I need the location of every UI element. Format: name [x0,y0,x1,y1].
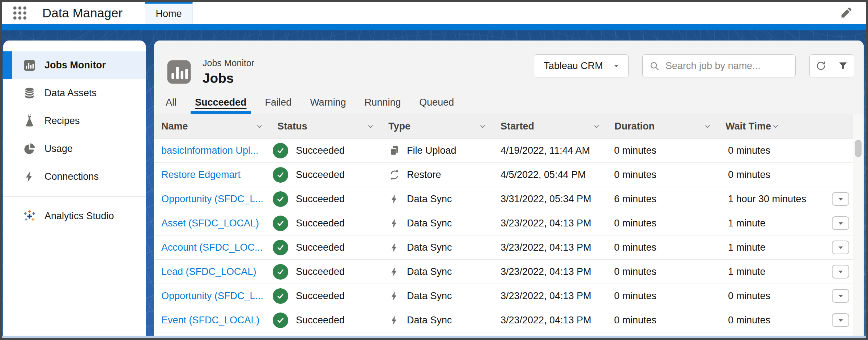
search-icon [649,61,660,71]
cell-name: Lead (SFDC_LOCAL) [154,266,264,277]
row-actions-dropdown-button[interactable] [832,216,849,230]
column-chevron-down-icon[interactable] [255,122,264,131]
column-chevron-down-icon[interactable] [592,122,601,131]
job-type-icon [389,315,400,326]
cell-started: 4/19/2022, 11:44 AM [491,145,603,156]
jobs-panel: Jobs Monitor Jobs Tableau CRM [154,41,864,338]
cell-name: Asset (SFDC_LOCAL) [154,218,264,229]
cell-duration: 0 minutes [603,266,717,277]
cell-wait-time: 1 minute [717,266,828,277]
sidebar-nav: Jobs Monitor Data Assets Recipes [3,41,146,191]
status-tab[interactable]: Queued [418,91,455,114]
row-actions-dropdown-button[interactable] [832,192,849,206]
column-header[interactable]: Wait Time [718,114,786,138]
job-name-link[interactable]: Asset (SFDC_LOCAL) [161,218,259,229]
cell-actions [828,289,853,303]
column-header[interactable]: Status [270,114,381,138]
cell-started: 3/23/2022, 04:13 PM [491,242,603,253]
job-name-link[interactable]: Event (SFDC_LOCAL) [161,315,260,326]
column-header[interactable]: Started [493,114,607,138]
brand-strip [2,24,866,30]
filter-button[interactable] [832,55,854,77]
job-type-icon [389,266,400,277]
triangle-down-icon [837,316,844,324]
filter-funnel-icon [838,61,848,71]
column-chevron-down-icon[interactable] [366,122,375,131]
table-row: basicInformation Upl... Succeeded File U… [154,139,853,163]
type-label: Data Sync [407,266,452,277]
table-row: Opportunity (SFDC_L... Succeeded Data Sy… [154,284,853,308]
sidebar-item-label: Jobs Monitor [44,60,106,71]
status-tab[interactable]: Failed [264,91,293,114]
status-label: Succeeded [296,145,345,156]
cell-name: Opportunity (SFDC_L... [154,194,264,205]
column-chevron-down-icon[interactable] [478,122,487,131]
row-actions-dropdown-button[interactable] [832,313,849,327]
status-success-icon [273,216,288,231]
sidebar: Jobs Monitor Data Assets Recipes [3,41,146,338]
job-name-link[interactable]: Account (SFDC_LOC... [161,242,263,253]
status-tab[interactable]: Warning [309,91,347,114]
jobs-table-body: basicInformation Upl... Succeeded File U… [154,139,853,338]
scrollbar-thumb[interactable] [855,140,861,157]
sidebar-item-label: Connections [44,171,99,182]
column-chevron-down-icon[interactable] [771,122,780,131]
row-actions-dropdown-button[interactable] [832,265,849,279]
cell-type: Data Sync [380,266,491,277]
status-tabs: All Succeeded Failed Warning [165,91,455,114]
sidebar-item-analytics-studio[interactable]: Analytics Studio [3,202,146,230]
column-header-label: Status [277,121,307,132]
sidebar-item[interactable]: Connections [3,163,146,191]
job-name-link[interactable]: Restore Edgemart [161,169,241,180]
row-actions-dropdown-button[interactable] [832,289,849,303]
jobs-monitor-icon [165,58,193,86]
cell-status: Succeeded [264,216,380,231]
edit-pencil-icon[interactable] [839,6,853,20]
toolbar: Tableau CRM [534,54,854,77]
search-input[interactable] [665,60,790,72]
status-tab[interactable]: All [165,91,177,114]
type-label: Data Sync [407,290,452,302]
status-tab[interactable]: Succeeded [194,91,247,114]
cell-status: Succeeded [264,143,380,158]
app-selector-value: Tableau CRM [544,60,603,72]
toolbar-button-group [809,54,854,77]
refresh-icon [816,60,826,71]
status-tab[interactable]: Running [364,91,402,114]
job-name-link[interactable]: basicInformation Upl... [161,145,259,156]
cell-wait-time: 1 minute [717,242,828,253]
column-chevron-down-icon[interactable] [703,122,712,131]
table-row: Restore Edgemart Succeeded Restore 4/5/2… [154,163,853,187]
cell-type: Data Sync [380,194,491,205]
cell-duration: 0 minutes [603,169,717,180]
cell-type: Data Sync [380,242,491,253]
table-row: Lead (SFDC_LOCAL) Succeeded Data Sync 3/… [154,260,853,284]
job-name-link[interactable]: Opportunity (SFDC_L... [161,194,263,205]
status-success-icon [273,143,288,158]
sidebar-item-label: Analytics Studio [44,211,114,222]
sidebar-item[interactable]: Recipes [3,107,146,135]
job-type-icon [389,194,400,205]
sidebar-item-label: Data Assets [44,88,97,99]
app-selector-dropdown[interactable]: Tableau CRM [534,54,629,77]
job-name-link[interactable]: Lead (SFDC_LOCAL) [161,266,256,277]
column-header[interactable]: Type [381,114,493,138]
page-title: Jobs [203,71,254,86]
refresh-button[interactable] [810,55,832,77]
sidebar-item-icon [23,170,36,183]
sidebar-item[interactable]: Jobs Monitor [3,51,146,79]
status-tab-label: Queued [419,97,454,108]
cell-duration: 0 minutes [603,290,717,302]
app-launcher-waffle-icon[interactable] [11,4,29,22]
job-name-link[interactable]: Opportunity (SFDC_L... [161,290,263,302]
row-actions-dropdown-button[interactable] [832,241,849,254]
vertical-scrollbar [853,114,864,338]
sidebar-item[interactable]: Usage [3,135,146,163]
tab-home[interactable]: Home [145,2,193,24]
app-window: Data Manager Home Jobs Monitor [0,0,868,340]
column-header[interactable]: Name [154,114,270,138]
column-header[interactable]: Duration [607,114,718,138]
status-label: Succeeded [296,290,345,302]
sidebar-item[interactable]: Data Assets [3,79,146,107]
status-tab-label: Succeeded [195,97,247,108]
